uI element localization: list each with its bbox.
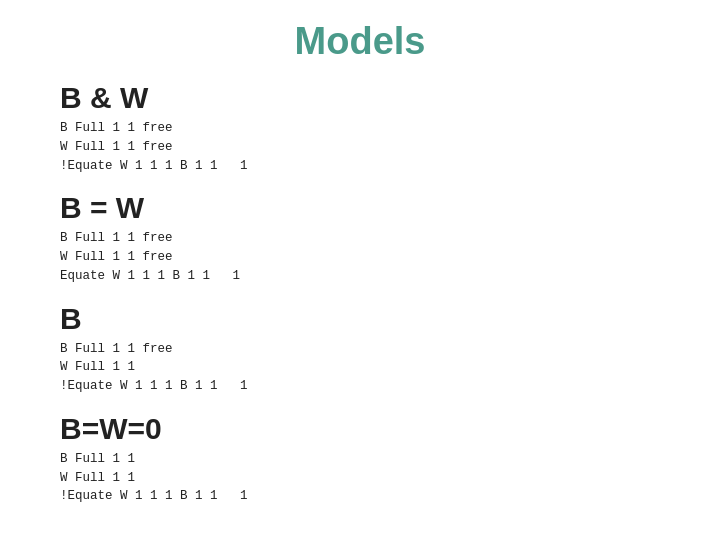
section-bw-eq-code: B Full 1 1 free W Full 1 1 free Equate W…	[60, 229, 660, 285]
section-b: B B Full 1 1 free W Full 1 1 !Equate W 1…	[60, 302, 660, 396]
section-bw-and-code: B Full 1 1 free W Full 1 1 free !Equate …	[60, 119, 660, 175]
section-b-heading: B	[60, 302, 660, 336]
page-container: Models B & W B Full 1 1 free W Full 1 1 …	[0, 0, 720, 540]
section-b-code: B Full 1 1 free W Full 1 1 !Equate W 1 1…	[60, 340, 660, 396]
section-bw-eq-heading: B = W	[60, 191, 660, 225]
section-bw-and-heading: B & W	[60, 81, 660, 115]
section-bw-and: B & W B Full 1 1 free W Full 1 1 free !E…	[60, 81, 660, 175]
section-bw-zero-code: B Full 1 1 W Full 1 1 !Equate W 1 1 1 B …	[60, 450, 660, 506]
section-bw-zero-heading: B=W=0	[60, 412, 660, 446]
section-bw-zero: B=W=0 B Full 1 1 W Full 1 1 !Equate W 1 …	[60, 412, 660, 506]
section-bw-eq: B = W B Full 1 1 free W Full 1 1 free Eq…	[60, 191, 660, 285]
page-title: Models	[60, 20, 660, 63]
